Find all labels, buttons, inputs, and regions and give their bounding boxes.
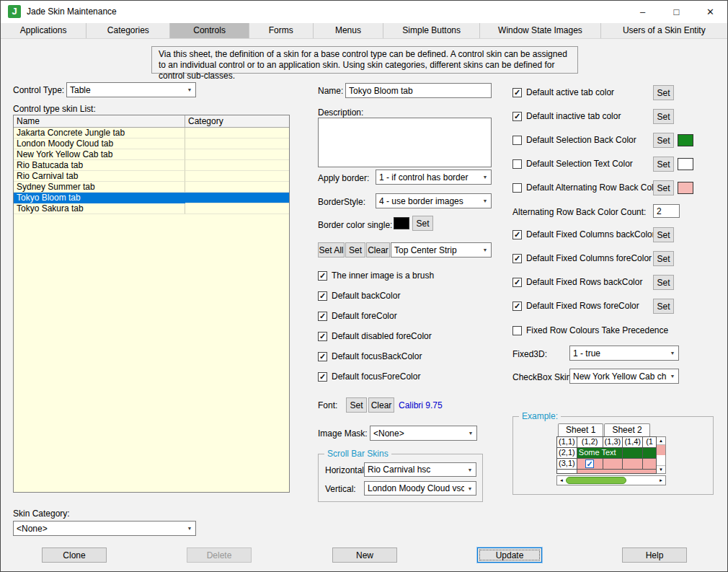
default-inactive-tab-color-checkbox[interactable]: ✓ Default inactive tab color [512,110,621,122]
minimize-button[interactable]: – [626,1,660,23]
skin-category-cell [185,149,289,160]
titlebar: J Jade Skin Maintenance – □ ✕ [1,1,727,23]
checkbox-label: Default disabled foreColor [332,331,432,341]
control-type-combo[interactable]: Table ▼ [66,82,196,97]
tab-forms[interactable]: Forms [249,23,314,38]
default-selection-text-color-checkbox[interactable]: ✓ Default Selection Text Color [512,158,633,170]
new-button[interactable]: New [332,547,397,563]
default-disabled-forecolor-checkbox[interactable]: ✓ Default disabled foreColor [318,330,432,342]
default-fixed-columns-backcolor-checkbox[interactable]: ✓ Default Fixed Columns backColor [512,229,655,240]
default-active-tab-color-checkbox[interactable]: ✓ Default active tab color [512,87,614,98]
default-forecolor-checkbox[interactable]: ✓ Default foreColor [318,310,397,322]
example-cell: (1,1) [557,437,577,448]
default-fixed-rows-forecolor-checkbox[interactable]: ✓ Default Fixed Rows foreColor [512,300,639,312]
border-image-set-all-button[interactable]: Set All [318,242,345,258]
skin-list-row[interactable]: New York Yellow Cab tab [14,149,289,160]
image-mask-value: <None> [370,428,465,439]
skin-list-row[interactable]: Rio Carnival tab [14,171,289,182]
delete-button[interactable]: Delete [187,547,252,563]
skin-list-row[interactable]: Jakarta Concrete Jungle tab [14,128,289,138]
control-type-skin-list: Name Category Jakarta Concrete Jungle ta… [13,115,290,493]
border-color-single-label: Border color single: [318,219,392,231]
skin-list-row[interactable]: London Moody Cloud tab [14,138,289,149]
tab-categories[interactable]: Categories [86,23,170,38]
skin-category-label: Skin Category: [13,508,70,519]
maximize-button[interactable]: □ [660,1,693,23]
skin-list-row[interactable]: Sydney Summer tab [14,182,289,193]
image-mask-combo[interactable]: <None> ▼ [370,426,477,441]
vertical-label: Vertical: [325,483,356,495]
alternating-row-count-input[interactable] [653,204,680,218]
example-sheet-tab-1: Sheet 1 [558,423,603,436]
skin-name-cell: Tokyo Bloom tab [14,193,185,203]
tab-simple-buttons[interactable]: Simple Buttons [383,23,480,38]
border-image-set-button[interactable]: Set [345,242,365,258]
border-color-set-button[interactable]: Set [412,216,433,231]
checkbox-box: ✓ [318,372,327,382]
default-focusforecolor-checkbox[interactable]: ✓ Default focusForeColor [318,371,420,382]
border-part-combo[interactable]: Top Center Strip ▼ [391,242,492,258]
border-image-clear-button[interactable]: Clear [366,242,390,258]
default-fixed-columns-forecolor-checkbox[interactable]: ✓ Default Fixed Columns foreColor [512,252,652,264]
border-style-combo[interactable]: 4 - use border images ▼ [376,193,492,208]
default-focusbackcolor-checkbox[interactable]: ✓ Default focusBackColor [318,351,422,362]
skin-category-cell [185,160,289,171]
column-header-name[interactable]: Name [14,115,185,127]
fixed3d-combo[interactable]: 1 - true ▼ [569,346,679,361]
close-button[interactable]: ✕ [693,1,727,23]
font-set-button[interactable]: Set [346,397,367,413]
description-textarea[interactable] [318,118,492,167]
checkbox-label: Default inactive tab color [526,111,621,121]
vertical-scrollbar-skin-value: London Moody Cloud vsc [365,483,464,493]
clone-button[interactable]: Clone [42,547,107,563]
fixed-columns-forecolor-set-button[interactable]: Set [653,251,674,266]
checkbox-label: Default Selection Text Color [526,159,633,169]
skin-list-row-selected[interactable]: Tokyo Bloom tab [14,193,289,203]
checkbox-skin-combo[interactable]: New York Yellow Cab chk ▼ [569,369,679,384]
fixed-rows-backcolor-set-button[interactable]: Set [653,275,674,290]
example-sheet-tab-2: Sheet 2 [604,423,649,436]
font-clear-button[interactable]: Clear [368,397,394,413]
inactive-tab-color-set-button[interactable]: Set [653,109,674,124]
active-tab-color-set-button[interactable]: Set [653,85,674,100]
selection-back-color-set-button[interactable]: Set [653,133,674,148]
checkbox-label: Fixed Row Colours Take Precedence [526,325,668,335]
inner-image-brush-checkbox[interactable]: ✓ The inner image is a brush [318,270,434,281]
default-alternating-row-back-color-checkbox[interactable]: ✓ Default Alternating Row Back Color [512,182,661,193]
tab-menus[interactable]: Menus [314,23,383,38]
dropdown-arrow-icon: ▼ [479,198,491,203]
dropdown-arrow-icon: ▼ [479,175,491,180]
update-button[interactable]: Update [477,547,542,563]
tab-applications[interactable]: Applications [1,23,86,38]
default-backcolor-checkbox[interactable]: ✓ Default backColor [318,290,400,302]
default-selection-back-color-checkbox[interactable]: ✓ Default Selection Back Color [512,134,636,146]
default-fixed-rows-backcolor-checkbox[interactable]: ✓ Default Fixed Rows backColor [512,276,642,288]
selection-text-color-swatch [678,158,693,170]
selection-text-color-set-button[interactable]: Set [653,157,674,172]
fixed-rows-forecolor-set-button[interactable]: Set [653,299,674,314]
help-button[interactable]: Help [622,547,687,563]
apply-border-combo[interactable]: 1 - if control has border ▼ [376,170,492,185]
vertical-scrollbar-skin-combo[interactable]: London Moody Cloud vsc ▼ [364,481,476,496]
skin-list-row[interactable]: Tokyo Sakura tab [14,203,289,214]
example-group: Example: Sheet 1 Sheet 2 (1,1) (1,2) (1,… [512,416,714,495]
example-cell: (3,1) [557,459,577,470]
fixed-columns-backcolor-set-button[interactable]: Set [653,227,674,242]
fixed-row-colours-precedence-checkbox[interactable]: ✓ Fixed Row Colours Take Precedence [512,325,668,336]
checkbox-box: ✓ [512,254,522,263]
tab-controls[interactable]: Controls [170,23,249,38]
example-checkbox-cell: ✓ [577,459,603,470]
check-icon: ✓ [514,113,520,120]
skin-name-cell: Rio Batucada tab [14,160,185,171]
name-input[interactable] [345,83,492,98]
tab-window-state-images[interactable]: Window State Images [480,23,600,38]
skin-category-combo[interactable]: <None> ▼ [13,521,196,536]
skin-list-row[interactable]: Rio Batucada tab [14,160,289,171]
alternating-row-back-color-set-button[interactable]: Set [653,180,674,195]
skin-name-cell: London Moody Cloud tab [14,138,185,149]
column-header-category[interactable]: Category [185,115,289,127]
checkbox-label: Default active tab color [526,87,614,97]
checkbox-box: ✓ [512,88,522,97]
horizontal-scrollbar-skin-combo[interactable]: Rio Carnival hsc ▼ [364,462,476,477]
tab-users-of-a-skin-entity[interactable]: Users of a Skin Entity [601,23,727,38]
